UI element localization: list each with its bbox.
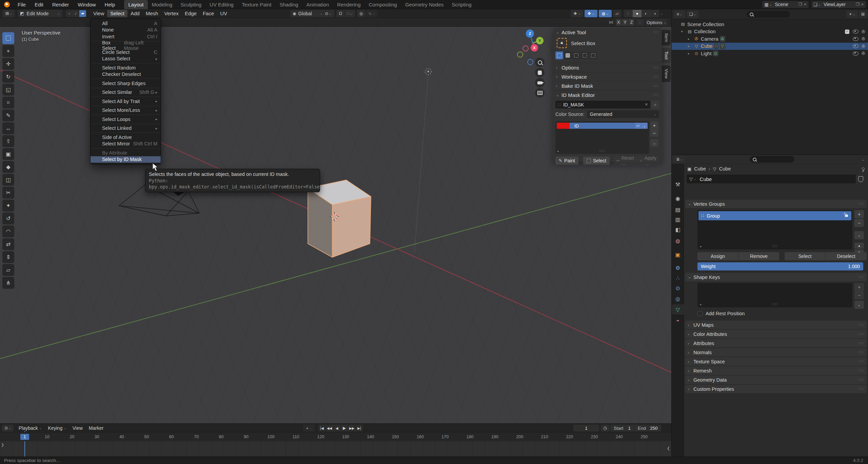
menu-item-by-attribute[interactable]: By Attribute <box>91 149 161 156</box>
panel-header-custom-properties[interactable]: ›Custom Properties∷∷ <box>685 385 867 393</box>
rendered-shading-button[interactable]: ◑ <box>650 10 659 17</box>
panel-header-normals[interactable]: ›Normals∷∷ <box>685 348 867 357</box>
tool-bevel[interactable]: ◆ <box>2 161 14 173</box>
viewport-menu-add[interactable]: Add <box>127 10 143 17</box>
copy-icon[interactable]: ❐ <box>856 2 860 7</box>
apply-button[interactable]: ✓Apply ... <box>637 157 659 165</box>
jump-start-button[interactable]: |◀ <box>318 425 326 431</box>
collection-checkbox[interactable]: ✓ <box>845 29 849 34</box>
color-source-dropdown[interactable]: Generated⌄ <box>587 110 659 118</box>
id-mask-editor-panel-header[interactable]: ⌄ID Mask Editor∷∷ <box>553 90 662 99</box>
viewport-menu-face[interactable]: Face <box>200 10 217 17</box>
remove-mask-item-button[interactable]: − <box>650 129 658 137</box>
current-frame-field[interactable]: 1 <box>573 425 599 431</box>
panel-header-geometry-data[interactable]: ›Geometry Data∷∷ <box>685 376 867 384</box>
camera-view-button[interactable] <box>535 78 545 87</box>
new-mask-button[interactable]: + <box>651 101 659 108</box>
viewport-menu-vertex[interactable]: Vertex <box>161 10 182 17</box>
tool-knife[interactable]: ✂ <box>2 187 14 199</box>
vertex-group-item[interactable]: ∷Group <box>698 211 851 220</box>
xray-toggle[interactable]: ▱ <box>613 10 621 17</box>
workspace-tab-uv-editing[interactable]: UV Editing <box>205 0 238 9</box>
expand-markers-icon[interactable]: ❯ <box>1 443 4 447</box>
options-dropdown[interactable]: Options⌄ <box>646 19 667 26</box>
panel-header-attributes[interactable]: ›Attributes∷∷ <box>685 339 867 347</box>
gizmo-axis[interactable] <box>523 46 528 51</box>
snap-symmetry-button[interactable]: ◌ <box>636 19 644 26</box>
visibility-dropdown[interactable]: ❖⌄ <box>571 10 583 17</box>
hide-eye-toggle[interactable] <box>853 44 859 48</box>
timeline-menu-view[interactable]: View <box>70 425 86 431</box>
workspace-tab-geometry-nodes[interactable]: Geometry Nodes <box>401 0 448 9</box>
mode-dropdown[interactable]: ◩Edit Mode⌄ <box>18 10 62 17</box>
menu-item-select-more-less[interactable]: Select More/Less▸ <box>91 107 161 114</box>
undo-icon[interactable]: ↩ <box>635 123 641 129</box>
reset-button[interactable]: ↩Reset ... <box>614 157 637 165</box>
sidebar-tab-item[interactable]: Item <box>662 30 671 45</box>
solid-shading-button[interactable]: ● <box>633 10 642 17</box>
workspace-tab-shading[interactable]: Shading <box>276 0 302 9</box>
workspace-tab-scripting[interactable]: Scripting <box>448 0 475 9</box>
properties-tab-physics[interactable]: ⊙ <box>672 283 684 293</box>
properties-tab-modifiers[interactable]: ⚙ <box>672 263 684 273</box>
select-button[interactable]: Select <box>785 252 825 260</box>
menu-item-side-of-active[interactable]: Side of Active <box>91 134 161 141</box>
shape-key-specials-button[interactable]: ⌄ <box>854 301 864 309</box>
remove-button[interactable]: Remove <box>738 252 779 260</box>
remove-vertex-group-button[interactable]: − <box>854 219 864 227</box>
filter-type-dropdown[interactable]: ❏⌄ <box>687 11 698 18</box>
tool-spin[interactable]: ↺ <box>2 213 14 224</box>
select-op-mode-1[interactable] <box>564 52 572 59</box>
select-op-mode-2[interactable] <box>572 52 580 59</box>
outliner-row-collection[interactable]: ▾⊟Collection✓✇ <box>672 28 868 35</box>
mesh-name-field[interactable]: ▽⌄Cube <box>687 175 856 183</box>
menu-item-select-mirror[interactable]: Select MirrorShift Ctrl M <box>91 141 161 147</box>
tool-shrink-fatten[interactable]: ⇕ <box>2 251 14 263</box>
remove-shape-key-button[interactable]: − <box>854 291 864 299</box>
mirror-y-toggle[interactable]: Y <box>622 19 628 26</box>
blender-logo-icon[interactable] <box>4 2 10 7</box>
panel-header-remesh[interactable]: ›Remesh∷∷ <box>685 366 867 375</box>
add-shape-key-button[interactable]: + <box>854 283 864 291</box>
snap-target-dropdown[interactable]: ⸬⌄ <box>345 10 355 17</box>
tool-rotate[interactable]: ↻ <box>2 71 14 83</box>
end-frame-field[interactable]: End250 <box>634 425 661 431</box>
hide-eye-toggle[interactable] <box>853 37 859 41</box>
properties-tab-output[interactable]: ▤ <box>672 204 684 215</box>
mask-list-item[interactable]: ID↩⌄ <box>557 123 648 129</box>
orientation-dropdown[interactable]: ◉Global⌄ <box>290 10 325 17</box>
deselect-button[interactable]: Deselect <box>826 252 867 260</box>
add-rest-position-checkbox[interactable] <box>697 311 703 316</box>
add-vertex-group-button[interactable]: + <box>854 210 864 218</box>
properties-tab-constraints[interactable]: ◎ <box>672 294 684 304</box>
panel-header-workspace[interactable]: ›Workspace∷∷ <box>553 72 662 81</box>
hide-eye-toggle[interactable] <box>853 29 859 34</box>
editor-type-button[interactable]: ⊞⌄ <box>3 10 15 17</box>
menu-item-select-loops[interactable]: Select Loops▸ <box>91 116 161 123</box>
topbar-menu-edit[interactable]: Edit <box>30 0 48 9</box>
hide-eye-toggle[interactable] <box>853 52 859 56</box>
timeline-tracks[interactable]: ❯❮ <box>0 441 671 457</box>
outliner-row-camera[interactable]: ▸✇Camera✇✇ <box>672 35 868 42</box>
tool-extrude-region[interactable]: ⇧ <box>2 135 14 147</box>
assign-button[interactable]: Assign <box>697 252 738 260</box>
viewport-menu-view[interactable]: View <box>90 10 107 17</box>
wireframe-shading-button[interactable]: ◌ <box>624 10 633 17</box>
start-frame-field[interactable]: Start1 <box>610 425 634 431</box>
jump-end-button[interactable]: ▶| <box>356 425 363 431</box>
falloff-dropdown[interactable]: ∿⌄ <box>366 10 377 17</box>
tool-select-box[interactable] <box>2 32 14 44</box>
overlays-toggle[interactable]: ◍⌄ <box>599 10 612 17</box>
gizmo-axis[interactable] <box>517 52 523 57</box>
sidebar-tab-view[interactable]: View <box>662 65 671 82</box>
workspace-tab-layout[interactable]: Layout <box>124 0 147 9</box>
viewport-menu-edge[interactable]: Edge <box>182 10 200 17</box>
prev-keyframe-button[interactable]: ◀◀ <box>326 425 333 431</box>
face-select-button[interactable]: ▰ <box>79 10 86 17</box>
edge-select-button[interactable]: ∕ <box>73 10 79 17</box>
viewlayer-selector[interactable]: ❏⌄ViewLayer❐✕ <box>811 1 866 8</box>
disable-render-toggle[interactable]: ✇ <box>862 44 865 49</box>
workspace-tab-animation[interactable]: Animation <box>302 0 333 9</box>
paint-button[interactable]: ✎Paint <box>555 157 578 165</box>
properties-tab-view-layer[interactable]: ▥ <box>672 214 684 224</box>
